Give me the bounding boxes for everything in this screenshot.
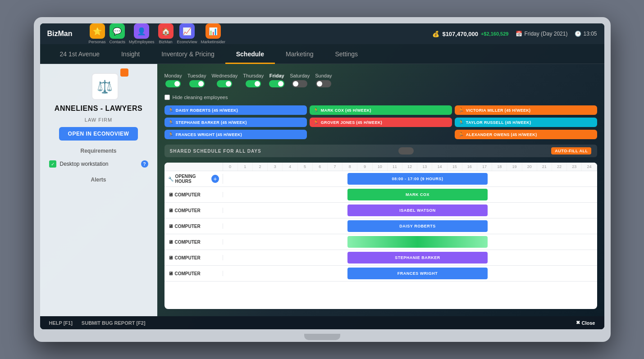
computer-cells-1[interactable]: ISABEL WATSON [223,203,597,218]
business-name: ANNELIENS - LAWYERS [55,105,142,113]
day-toggle-sunday[interactable] [316,80,331,87]
myemployees-icon[interactable]: 👤 [134,23,149,39]
computer-cells-0[interactable]: MARK COX [223,187,597,202]
opening-hours-add-button[interactable]: + [211,175,219,183]
emp-chip-empty [310,130,452,139]
hide-cleaning-checkbox[interactable] [164,95,170,100]
computer-block-5[interactable]: FRANCES WRIGHT [347,268,488,279]
opening-hours-block[interactable]: 08:00 - 17:00 (9 HOURS) [347,173,488,185]
footer-left: HELP [F1] SUBMIT BUG REPORT [F2] [49,320,146,326]
emp-chip-taylor[interactable]: 🏃 TAYLOR RUSSELL (45 H/WEEK) [455,118,597,127]
day-tab-wednesday[interactable]: Wednesday [211,73,238,87]
sidebar-item-econoview[interactable]: 📈 EconoView [177,23,197,44]
hour-1: 1 [238,163,253,171]
tab-schedule[interactable]: Schedule [225,44,275,64]
time-display: 🕐 13:05 [575,31,597,37]
tab-inventory-pricing[interactable]: Inventory & Pricing [151,44,225,64]
computer-block-2[interactable]: DAISY ROBERTS [347,220,488,232]
day-toggle-monday[interactable] [165,80,181,87]
day-toggle-tuesday[interactable] [189,80,205,87]
emp-chip-stephanie[interactable]: 🏃 STEPHANIE BARKER (45 H/WEEK) [164,118,307,127]
date-display: 📅 Friday (Day 2021) [516,31,567,37]
business-type: LAW FIRM [85,117,112,123]
schedule-row-computer-5: 🖥 COMPUTER FRANCES WRIGHT [164,266,597,282]
computer-cells-4[interactable]: STEPHANIE BARKER [223,250,597,265]
computer-icon-0: 🖥 [168,192,173,197]
calendar-icon: 📅 [516,31,522,37]
hide-cleaning-row: Hide cleaning employees [164,95,597,100]
employee-run-icon: 🏃 [168,132,174,137]
left-panel: ⚖️ ANNELIENS - LAWYERS LAW FIRM OPEN IN … [40,64,157,316]
emp-chip-daisy[interactable]: 🏃 DAISY ROBERTS (45 H/WEEK) [164,105,307,115]
day-toggle-saturday[interactable] [292,80,307,87]
business-logo: ⚖️ [91,73,119,100]
econoview-icon[interactable]: 📈 [179,23,195,39]
bug-report-button[interactable]: SUBMIT BUG REPORT [F2] [82,320,146,326]
sidebar-item-myemployees[interactable]: 👤 MyEmployees [129,23,155,44]
computer-block-3[interactable] [347,236,488,248]
contacts-label: Contacts [110,40,126,44]
req-info-icon[interactable]: ? [141,160,148,168]
schedule-row-computer-1: 🖥 COMPUTER ISABEL WATSON [164,203,597,218]
computer-cells-3[interactable] [223,234,597,250]
alerts-title: Alerts [91,177,106,183]
myemployees-label: MyEmployees [129,40,155,44]
contacts-icon[interactable]: 💬 [110,23,125,39]
hour-9: 9 [357,163,372,171]
schedule-row-opening: 🔧 OPENING HOURS + 08:00 - 17:00 (9 HOURS… [164,171,597,187]
emp-chip-victoria[interactable]: 🏃 VICTORIA MILLER (45 H/WEEK) [455,105,597,115]
hour-24: 24 [582,163,597,171]
tab-marketing[interactable]: Marketing [275,44,324,64]
hour-3: 3 [268,163,283,171]
hour-23: 23 [567,163,582,171]
tab-insight[interactable]: Insight [110,44,151,64]
day-tab-sunday[interactable]: Sunday [315,73,332,87]
hour-10: 10 [373,163,388,171]
hide-cleaning-label: Hide cleaning employees [173,95,228,100]
personas-icon[interactable]: ⭐ [90,23,105,39]
tab-settings[interactable]: Settings [324,44,369,64]
computer-cells-2[interactable]: DAISY ROBERTS [223,218,597,234]
open-in-econoview-button[interactable]: OPEN IN ECONOVIEW [59,127,138,141]
hour-12: 12 [402,163,417,171]
emp-chip-grover[interactable]: 🏃 GROVER JONES (45 H/WEEK) [310,118,452,127]
employee-run-icon: 🏃 [458,120,464,125]
hour-18: 18 [492,163,507,171]
hour-11: 11 [388,163,402,171]
auto-fill-button[interactable]: AUTO-FILL ALL [551,147,591,155]
bizman-icon[interactable]: 🏠 [158,23,174,39]
day-tab-monday[interactable]: Monday [164,73,182,87]
computer-block-0[interactable]: MARK COX [347,189,488,200]
computer-icon-3: 🖥 [168,239,173,245]
schedule-row-computer-0: 🖥 COMPUTER MARK COX [164,187,597,203]
requirement-item: ✓ Desktop workstation ? [49,159,148,169]
sidebar-item-marketinsider[interactable]: 📊 MarketInsider [201,23,225,44]
day-tab-friday[interactable]: Friday [269,73,284,87]
day-toggle-friday[interactable] [269,80,284,87]
day-toggle-wednesday[interactable] [217,80,232,87]
close-button[interactable]: ✖ Close [576,320,595,326]
sidebar-item-personas[interactable]: ⭐ Personas [89,23,106,44]
emp-chip-mark[interactable]: 🏃 MARK COX (45 H/WEEK) [310,105,452,115]
opening-hours-cells[interactable]: 08:00 - 17:00 (9 HOURS) [223,171,597,186]
req-checkbox[interactable]: ✓ [49,160,56,168]
tab-24-1st-avenue[interactable]: 24 1st Avenue [49,44,110,64]
computer-icon-5: 🖥 [168,271,173,276]
day-toggle-thursday[interactable] [246,80,261,87]
hour-0: 0 [223,163,238,171]
shared-toggle[interactable] [398,147,414,155]
emp-chip-alexander[interactable]: 🏃 ALEXANDER OWENS (45 H/WEEK) [455,130,597,139]
sidebar-item-bizman[interactable]: 🏠 BizMan [158,23,174,44]
computer-cells-5[interactable]: FRANCES WRIGHT [223,266,597,281]
marketinsider-icon[interactable]: 📊 [206,23,221,39]
day-tab-saturday[interactable]: Saturday [290,73,310,87]
help-button[interactable]: HELP [F1] [49,320,73,326]
day-tab-tuesday[interactable]: Tuesday [187,73,206,87]
day-tab-thursday[interactable]: Thursday [243,73,264,87]
emp-chip-frances[interactable]: 🏃 FRANCES WRIGHT (45 H/WEEK) [164,130,307,139]
computer-block-4[interactable]: STEPHANIE BARKER [347,252,488,264]
computer-block-1[interactable]: ISABEL WATSON [347,204,488,216]
hour-6: 6 [313,163,328,171]
sidebar-item-contacts[interactable]: 💬 Contacts [110,23,126,44]
close-icon: ✖ [576,320,580,326]
